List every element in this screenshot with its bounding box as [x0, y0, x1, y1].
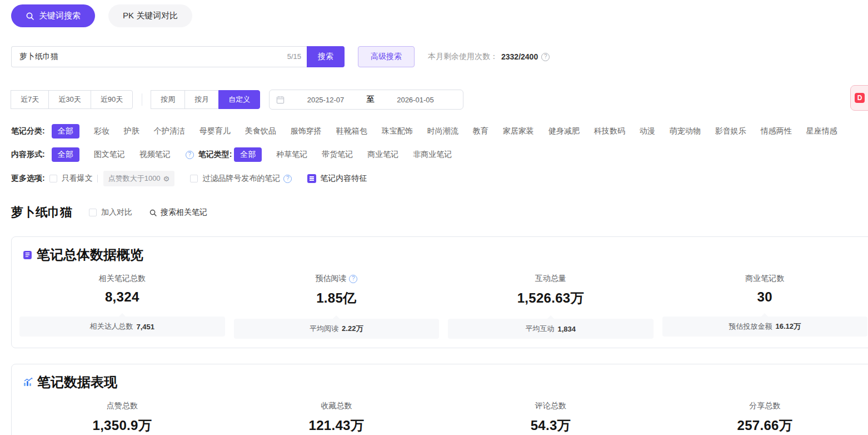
filter-label: 笔记类型:: [198, 150, 232, 160]
category-option[interactable]: 母婴育儿: [199, 126, 231, 136]
category-option[interactable]: 情感两性: [761, 126, 792, 136]
only-hot-label: 只看爆文: [62, 174, 93, 184]
granularity-button[interactable]: 按周: [151, 90, 185, 109]
note-category-filter: 笔记分类: 全部 彩妆 护肤 个护清洁 母婴育儿 美食饮品 服饰穿搭 鞋靴箱包 …: [11, 124, 868, 139]
category-option[interactable]: 个护清洁: [154, 126, 185, 136]
quick-range-button[interactable]: 近7天: [11, 90, 49, 109]
filter-brand-label: 过滤品牌号发布的笔记: [202, 174, 280, 184]
category-option[interactable]: 健身减肥: [548, 126, 580, 136]
stat-value: 257.66万: [662, 417, 868, 434]
stat-value: 1.85亿: [234, 289, 440, 307]
tab-keyword-compare[interactable]: PK 关键词对比: [108, 4, 192, 27]
only-hot-checkbox-item[interactable]: 只看爆文: [49, 174, 93, 184]
card-title: 笔记总体数据概览: [37, 246, 143, 264]
tab-keyword-search[interactable]: 关键词搜索: [11, 4, 95, 27]
stat-value: 8,324: [19, 289, 225, 305]
stat-sub-value: 1,834: [557, 325, 576, 333]
hot-threshold-pill[interactable]: 点赞数大于1000: [103, 171, 175, 186]
calendar-icon: [276, 96, 285, 104]
category-option[interactable]: 美食饮品: [245, 126, 276, 136]
search-button[interactable]: 搜索: [307, 46, 345, 67]
filter-label: 笔记分类:: [11, 126, 45, 136]
quick-range-button[interactable]: 近30天: [48, 90, 91, 109]
search-icon: [149, 209, 157, 217]
monthly-quota: 本月剩余使用次数： 2332/2400: [428, 52, 550, 62]
quota-label: 本月剩余使用次数：: [428, 52, 498, 62]
more-options-row: 更多选项: 只看爆文 点赞数大于1000 过滤品牌号发布的笔记 笔记内容特征: [11, 171, 868, 186]
stat-block: 商业笔记数 30 预估投放金额 16.12万: [658, 274, 868, 339]
search-icon: [26, 12, 34, 21]
category-option[interactable]: 科技数码: [594, 126, 625, 136]
keyword-search-input[interactable]: [11, 46, 307, 67]
category-option[interactable]: 星座情感: [806, 126, 837, 136]
category-option[interactable]: 时尚潮流: [427, 126, 458, 136]
add-compare-checkbox[interactable]: [89, 209, 97, 216]
category-option[interactable]: 珠宝配饰: [382, 126, 413, 136]
quota-help-icon[interactable]: [541, 53, 550, 61]
date-separator: 至: [367, 95, 375, 105]
stat-label: 相关笔记总数: [99, 274, 146, 284]
add-compare-label: 加入对比: [101, 207, 132, 218]
note-type-option[interactable]: 商业笔记: [367, 150, 398, 160]
content-form-option[interactable]: 图文笔记: [94, 150, 125, 160]
filter-brand-checkbox[interactable]: [190, 175, 198, 182]
stat-value: 1,526.63万: [448, 289, 654, 307]
stat-sub-bar: 相关达人总数 7,451: [19, 317, 225, 337]
stat-sub-label: 平均阅读: [310, 324, 338, 334]
granularity-button[interactable]: 按月: [184, 90, 219, 109]
stat-sub-label: 平均互动: [525, 324, 554, 334]
stat-label: 评论总数: [535, 401, 566, 411]
card-title: 笔记数据表现: [37, 373, 117, 391]
top-tabs: 关键词搜索 PK 关键词对比: [0, 0, 868, 27]
category-option[interactable]: 教育: [473, 126, 488, 136]
notebook-icon: [23, 250, 32, 260]
stat-sub-label: 相关达人总数: [89, 322, 133, 332]
date-filter-row: 近7天 近30天 近90天 按周 按月 自定义 2025-12-07 至 202…: [11, 90, 868, 110]
stat-sub-bar: 预估投放金额 16.12万: [662, 317, 868, 337]
filter-brand-checkbox-item[interactable]: 过滤品牌号发布的笔记: [190, 174, 292, 184]
note-type-option[interactable]: 非商业笔记: [413, 150, 452, 160]
stat-block: 点赞总数 1,350.9万 平均点赞 1,622: [15, 401, 230, 435]
quick-range-button[interactable]: 近90天: [91, 90, 133, 109]
stat-label: 点赞总数: [107, 401, 138, 411]
only-hot-checkbox[interactable]: [49, 175, 57, 182]
gear-icon[interactable]: [163, 175, 170, 183]
category-option[interactable]: 服饰穿搭: [291, 126, 322, 136]
search-box: 5/15 搜索: [11, 46, 345, 67]
side-helper-widget[interactable]: D: [850, 85, 868, 111]
char-counter: 5/15: [287, 46, 301, 67]
date-range-picker[interactable]: 2025-12-07 至 2026-01-05: [269, 90, 463, 110]
stat-value: 121.43万: [234, 417, 440, 434]
category-option[interactable]: 全部: [52, 124, 79, 139]
performance-card: 笔记数据表现 点赞总数 1,350.9万 平均点赞 1,622 收藏总数: [11, 364, 868, 435]
category-option[interactable]: 影音娱乐: [715, 126, 746, 136]
stat-sub-value: 2.22万: [342, 324, 363, 334]
quota-value: 2332/2400: [501, 52, 538, 61]
content-feature-button[interactable]: 笔记内容特征: [307, 174, 367, 184]
note-type-option[interactable]: 全部: [234, 147, 262, 162]
category-option[interactable]: 护肤: [124, 126, 139, 136]
add-compare-item[interactable]: 加入对比: [89, 207, 132, 218]
end-date[interactable]: 2026-01-05: [375, 96, 457, 104]
content-form-option[interactable]: 全部: [52, 147, 79, 162]
category-option[interactable]: 萌宠动物: [670, 126, 701, 136]
stat-sub-value: 7,451: [136, 323, 154, 331]
advanced-search-button[interactable]: 高级搜索: [358, 46, 415, 67]
stat-sub-bar: 平均互动 1,834: [448, 319, 654, 339]
stat-value: 54.3万: [448, 417, 654, 434]
granularity-button[interactable]: 自定义: [218, 90, 260, 109]
category-option[interactable]: 鞋靴箱包: [336, 126, 367, 136]
tab-keyword-search-label: 关键词搜索: [39, 11, 81, 21]
note-type-option[interactable]: 种草笔记: [276, 150, 307, 160]
note-type-help-icon[interactable]: [186, 151, 194, 159]
stat-block: 收藏总数 121.43万 平均收藏 145: [230, 401, 444, 435]
category-option[interactable]: 家居家装: [503, 126, 534, 136]
content-form-option[interactable]: 视频笔记: [139, 150, 171, 160]
search-related-notes[interactable]: 搜索相关笔记: [149, 207, 207, 218]
filter-brand-help-icon[interactable]: [283, 175, 292, 183]
start-date[interactable]: 2025-12-07: [285, 96, 367, 104]
category-option[interactable]: 动漫: [640, 126, 655, 136]
note-type-option[interactable]: 带货笔记: [322, 150, 353, 160]
stat-help-icon[interactable]: [349, 275, 357, 283]
category-option[interactable]: 彩妆: [94, 126, 109, 136]
